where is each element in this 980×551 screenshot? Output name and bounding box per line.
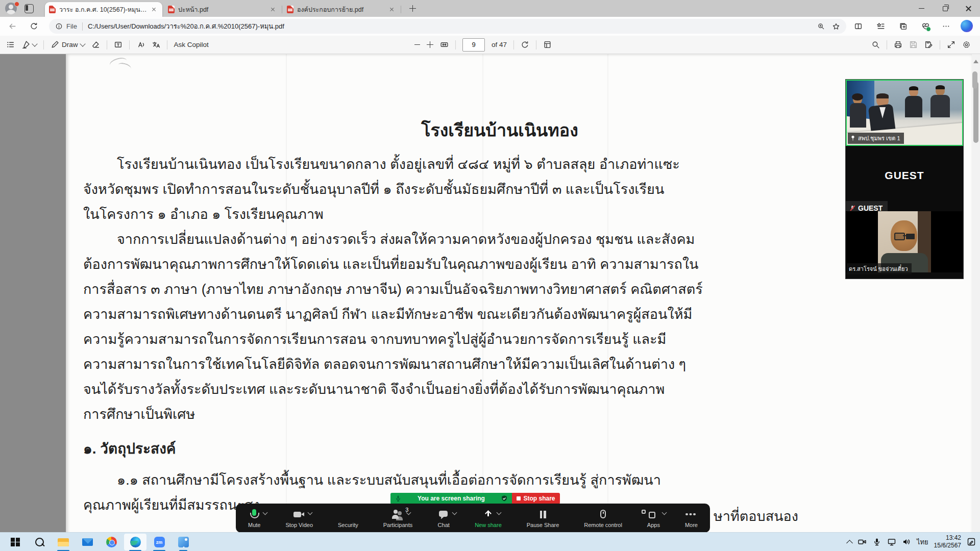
pdf-viewer: โรงเรียนบ้านเนินทอง โรงเรียนบ้านเนินทอง … [0, 54, 980, 551]
collections-icon[interactable] [896, 19, 910, 33]
more-button[interactable]: More [685, 509, 698, 528]
stop-video-button[interactable]: Stop Video [285, 509, 313, 528]
stop-share-button[interactable]: Stop share [512, 493, 560, 504]
apps-button[interactable]: Apps [647, 509, 660, 528]
tray-microphone-icon[interactable] [872, 537, 881, 546]
pdf-file-icon [287, 6, 293, 13]
close-tab-icon[interactable] [388, 6, 396, 14]
rotate-icon[interactable] [521, 40, 529, 49]
save-icon[interactable] [909, 40, 918, 49]
start-button[interactable] [4, 534, 27, 550]
favorite-star-icon[interactable] [832, 22, 840, 31]
vertical-scrollbar[interactable] [972, 54, 980, 551]
tray-network-icon[interactable] [887, 537, 896, 546]
panel-scrollbar-thumb[interactable] [972, 71, 977, 89]
close-tab-icon[interactable] [269, 6, 277, 14]
mic-muted-icon [849, 205, 856, 212]
chevron-up-icon[interactable] [308, 510, 313, 515]
pdf-settings-icon[interactable] [962, 40, 971, 49]
close-tab-icon[interactable] [150, 6, 158, 14]
video-tile-meeting-room[interactable]: สพป.ชุมพร เขต 1 [846, 80, 963, 146]
taskbar-zoom-app[interactable]: zm [148, 534, 170, 550]
draw-button[interactable]: Draw [51, 40, 85, 49]
screen-sharing-banner: You are screen sharing [390, 493, 512, 504]
refresh-button[interactable] [30, 22, 38, 33]
split-screen-icon[interactable] [851, 19, 865, 33]
stop-icon [517, 496, 521, 500]
taskbar-edge-active[interactable] [124, 534, 146, 550]
tray-clock[interactable]: 13:42 15/6/2567 [934, 534, 961, 549]
browser-essentials-icon[interactable] [919, 19, 932, 33]
page-view-icon[interactable] [543, 40, 552, 49]
enter-fullscreen-icon[interactable] [947, 40, 955, 49]
windows-taskbar: zm ไทย 13:42 15/6/2567 [0, 532, 980, 551]
participants-button[interactable]: 3 Participants [383, 509, 412, 528]
chevron-up-icon[interactable] [263, 510, 268, 515]
guest-participant-name: GUEST [846, 169, 963, 182]
taskbar-photos-app[interactable] [172, 534, 194, 550]
table-of-contents-icon[interactable] [6, 40, 15, 49]
settings-menu-icon[interactable] [939, 19, 952, 33]
minimize-button[interactable] [910, 0, 933, 17]
browser-tab[interactable]: องค์ประกอบการย้าย.pdf [283, 2, 400, 17]
search-document-icon[interactable] [871, 40, 880, 49]
zoom-level-icon[interactable] [817, 22, 825, 30]
scroll-up-arrow-icon[interactable] [973, 57, 978, 63]
add-text-icon[interactable] [114, 40, 122, 49]
taskbar-search-button[interactable] [28, 534, 51, 550]
new-share-button[interactable]: New share [475, 509, 502, 528]
favorites-icon[interactable] [874, 19, 887, 33]
document-line: จนได้รับรางวัลทั้งระดับประเทศ และระดับนา… [83, 377, 951, 402]
read-aloud-icon[interactable] [136, 40, 145, 49]
tray-camera-in-use-icon[interactable] [857, 537, 867, 546]
remote-control-button[interactable]: Remote control [584, 509, 622, 528]
tray-time: 13:42 [946, 534, 961, 541]
chevron-up-icon[interactable] [662, 510, 667, 515]
tab-actions-menu-icon[interactable] [24, 4, 34, 13]
tray-language-indicator[interactable]: ไทย [917, 537, 928, 547]
browser-tab[interactable]: วาระ อ.ก.ค.ศ. 10(2567)-หมุน.pdf [45, 2, 162, 17]
erase-icon[interactable] [91, 40, 100, 49]
zoom-out-button[interactable] [414, 44, 420, 45]
mute-button[interactable]: Mute [248, 509, 260, 528]
copilot-icon[interactable] [961, 20, 973, 32]
speaker-glasses [894, 233, 905, 240]
document-line: ความรู้ความสามารถในการจัดการเรียนการสอน … [83, 327, 951, 352]
pause-share-button[interactable]: Pause Share [527, 509, 559, 528]
page-number-input[interactable]: 9 [462, 38, 485, 52]
page-count-label: of 47 [492, 41, 507, 48]
browser-tab[interactable]: ปะหน้า.pdf [164, 2, 281, 17]
translate-icon[interactable] [152, 40, 160, 49]
chevron-up-icon[interactable] [497, 510, 502, 515]
print-icon[interactable] [894, 40, 902, 49]
taskbar-chrome[interactable] [100, 534, 122, 550]
url-field[interactable]: File C:/Users/User/Downloads/วาระ%20อ.ก.… [49, 19, 846, 34]
browser-address-bar: File C:/Users/User/Downloads/วาระ%20อ.ก.… [0, 17, 980, 36]
video-tile-name-label: สพป.ชุมพร เขต 1 [848, 133, 904, 144]
zoom-participants-panel[interactable]: สพป.ชุมพร เขต 1 GUEST GUEST ดร.สาโรจน์ ข… [845, 79, 964, 279]
pdf-toolbar: Draw Ask Copilot 9 of 47 [0, 36, 980, 54]
security-button[interactable]: Security [338, 509, 358, 528]
highlight-button[interactable] [21, 40, 37, 49]
scrollbar-thumb[interactable] [973, 82, 978, 143]
new-tab-button[interactable] [408, 4, 417, 13]
taskbar-file-explorer[interactable] [52, 534, 75, 550]
tray-pen-notification-icon[interactable] [967, 537, 976, 546]
document-line: จากการเปลี่ยนแปลงด้านต่าง ๆ อย่างรวดเร็ว… [83, 227, 951, 252]
chat-button[interactable]: Chat [437, 509, 450, 528]
tray-volume-icon[interactable] [902, 537, 911, 546]
taskbar-mail[interactable] [76, 534, 99, 550]
info-icon[interactable] [55, 22, 63, 30]
back-button[interactable] [8, 22, 17, 33]
fit-to-width-icon[interactable] [440, 40, 449, 49]
pencil-scribble [117, 62, 132, 72]
restore-button[interactable] [933, 0, 957, 17]
save-as-icon[interactable] [924, 40, 933, 49]
ask-copilot-button[interactable]: Ask Copilot [174, 41, 209, 48]
tray-show-hidden-icons[interactable] [846, 540, 853, 546]
close-window-button[interactable] [957, 0, 980, 17]
url-scheme-label: File [66, 22, 77, 30]
sharing-security-shield-icon[interactable] [501, 495, 508, 502]
zoom-in-button[interactable] [427, 41, 433, 48]
chevron-up-icon[interactable] [452, 510, 457, 515]
